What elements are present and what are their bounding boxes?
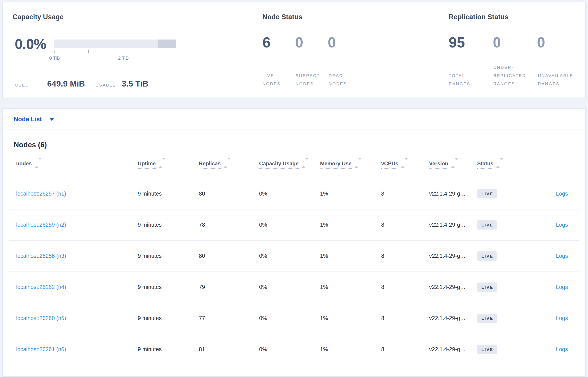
memory-cell: 1% xyxy=(320,240,381,271)
sort-icon[interactable] xyxy=(35,160,42,166)
live-nodes-label: LIVE NODES xyxy=(262,71,295,88)
node-link[interactable]: localhost:26259 (n2) xyxy=(16,222,66,228)
sort-icon[interactable] xyxy=(496,160,503,166)
vcpus-cell: 8 xyxy=(381,240,429,271)
status-badge: LIVE xyxy=(477,314,497,323)
memory-cell: 1% xyxy=(320,209,381,240)
table-row: localhost:26260 (n5) 9 minutes 77 0% 1% … xyxy=(9,303,579,334)
node-status-title: Node Status xyxy=(262,13,302,21)
suspect-nodes-label: SUSPECT NODES xyxy=(295,71,329,88)
status-badge: LIVE xyxy=(477,189,497,199)
axis-tick xyxy=(54,50,55,53)
vcpus-cell: 8 xyxy=(381,178,429,209)
nodes-table: nodes Uptime Replicas Capacity Usage Mem… xyxy=(9,151,579,365)
sort-icon[interactable] xyxy=(354,160,362,166)
capacity-bar-chart: 0 TiB 2 TiB xyxy=(54,39,176,48)
column-header-replicas[interactable]: Replicas xyxy=(199,151,259,178)
version-cell: v22.1.4-29-g… xyxy=(429,334,477,365)
column-header-memory-use[interactable]: Memory Use xyxy=(320,151,381,178)
node-status-card: Node Status 6 0 0 LIVE NODES SUSPECT NOD… xyxy=(262,2,439,98)
capacity-cell: 0% xyxy=(259,271,320,303)
memory-cell: 1% xyxy=(320,303,381,334)
node-link[interactable]: localhost:26257 (n1) xyxy=(16,190,66,197)
logs-link[interactable]: Logs xyxy=(556,190,568,197)
column-header-logs xyxy=(532,151,579,178)
table-header-row: nodes Uptime Replicas Capacity Usage Mem… xyxy=(9,151,579,178)
capacity-used-percent: 0.0% xyxy=(15,36,46,52)
table-row: localhost:26257 (n1) 9 minutes 80 0% 1% … xyxy=(9,178,579,209)
replicas-cell: 77 xyxy=(199,303,259,334)
column-header-vcpus[interactable]: vCPUs xyxy=(381,151,429,178)
capacity-bar-segment xyxy=(158,39,176,48)
uptime-cell: 9 minutes xyxy=(138,271,199,303)
capacity-cell: 0% xyxy=(259,240,320,271)
total-ranges-label: TOTAL RANGES xyxy=(449,71,493,88)
node-link[interactable]: localhost:26260 (n5) xyxy=(16,315,66,321)
capacity-usage-title: Capacity Usage xyxy=(12,13,64,21)
under-replicated-ranges-count: 0 xyxy=(493,35,537,50)
column-header-capacity-usage[interactable]: Capacity Usage xyxy=(259,151,320,178)
cluster-summary-panel: Capacity Usage 0.0% 0 TiB 2 TiB USED 649… xyxy=(2,2,586,98)
replicas-cell: 79 xyxy=(199,271,259,303)
sort-icon[interactable] xyxy=(158,160,165,166)
dead-nodes-label: DEAD NODES xyxy=(329,71,362,88)
usable-label: USABLE xyxy=(95,83,116,88)
logs-link[interactable]: Logs xyxy=(556,346,568,352)
replicas-cell: 80 xyxy=(199,240,259,271)
suspect-nodes-count: 0 xyxy=(295,35,328,50)
uptime-cell: 9 minutes xyxy=(138,209,199,240)
logs-link[interactable]: Logs xyxy=(556,315,568,321)
version-cell: v22.1.4-29-g… xyxy=(429,240,477,271)
node-link[interactable]: localhost:26262 (n4) xyxy=(16,284,66,290)
used-label: USED xyxy=(15,83,29,88)
replicas-cell: 80 xyxy=(199,178,259,209)
node-link[interactable]: localhost:26261 (n6) xyxy=(16,346,66,352)
column-header-status[interactable]: Status xyxy=(477,151,532,178)
sort-icon[interactable] xyxy=(223,160,231,166)
vcpus-cell: 8 xyxy=(381,271,429,303)
sort-icon[interactable] xyxy=(401,160,408,166)
axis-tick xyxy=(158,50,158,53)
memory-cell: 1% xyxy=(320,334,381,365)
logs-link[interactable]: Logs xyxy=(556,284,568,290)
dead-nodes-count: 0 xyxy=(328,35,360,50)
logs-link[interactable]: Logs xyxy=(556,222,568,228)
replicas-cell: 78 xyxy=(199,209,259,240)
node-list-panel: Nodes (6) nodes Uptime Replicas Capacity… xyxy=(2,130,586,377)
logs-link[interactable]: Logs xyxy=(556,253,568,259)
unavailable-ranges-count: 0 xyxy=(537,35,581,50)
view-selector-label[interactable]: Node List xyxy=(14,116,42,123)
under-replicated-ranges-label: UNDER-REPLICATED RANGES xyxy=(493,63,538,88)
axis-tick xyxy=(88,50,89,53)
capacity-bar-track xyxy=(54,39,176,48)
column-header-nodes[interactable]: nodes xyxy=(9,151,138,178)
axis-tick-label: 2 TiB xyxy=(118,55,129,61)
version-cell: v22.1.4-29-g… xyxy=(429,271,477,303)
axis-tick xyxy=(123,50,123,53)
vcpus-cell: 8 xyxy=(381,209,429,240)
status-badge: LIVE xyxy=(477,251,497,261)
table-row: localhost:26259 (n2) 9 minutes 78 0% 1% … xyxy=(9,209,579,240)
status-badge: LIVE xyxy=(477,220,497,230)
total-ranges-count: 95 xyxy=(449,35,493,50)
version-cell: v22.1.4-29-g… xyxy=(429,178,477,209)
capacity-usage-card: Capacity Usage 0.0% 0 TiB 2 TiB USED 649… xyxy=(12,2,251,98)
vcpus-cell: 8 xyxy=(381,334,429,365)
sort-icon[interactable] xyxy=(451,160,458,166)
chevron-down-icon xyxy=(49,118,54,121)
sort-icon[interactable] xyxy=(302,160,309,166)
view-selector-dropdown[interactable]: Node List xyxy=(2,108,586,130)
memory-cell: 1% xyxy=(320,178,381,209)
uptime-cell: 9 minutes xyxy=(138,303,199,334)
version-cell: v22.1.4-29-g… xyxy=(429,303,477,334)
status-badge: LIVE xyxy=(477,345,497,354)
replicas-cell: 81 xyxy=(199,334,259,365)
column-header-version[interactable]: Version xyxy=(429,151,477,178)
column-header-uptime[interactable]: Uptime xyxy=(138,151,199,178)
replication-status-card: Replication Status 95 0 0 TOTAL RANGES U… xyxy=(449,2,583,98)
unavailable-ranges-label: UNAVAILABLE RANGES xyxy=(538,71,582,88)
version-cell: v22.1.4-29-g… xyxy=(429,209,477,240)
node-link[interactable]: localhost:26258 (n3) xyxy=(16,253,66,259)
uptime-cell: 9 minutes xyxy=(138,178,199,209)
table-row: localhost:26262 (n4) 9 minutes 79 0% 1% … xyxy=(9,271,579,303)
